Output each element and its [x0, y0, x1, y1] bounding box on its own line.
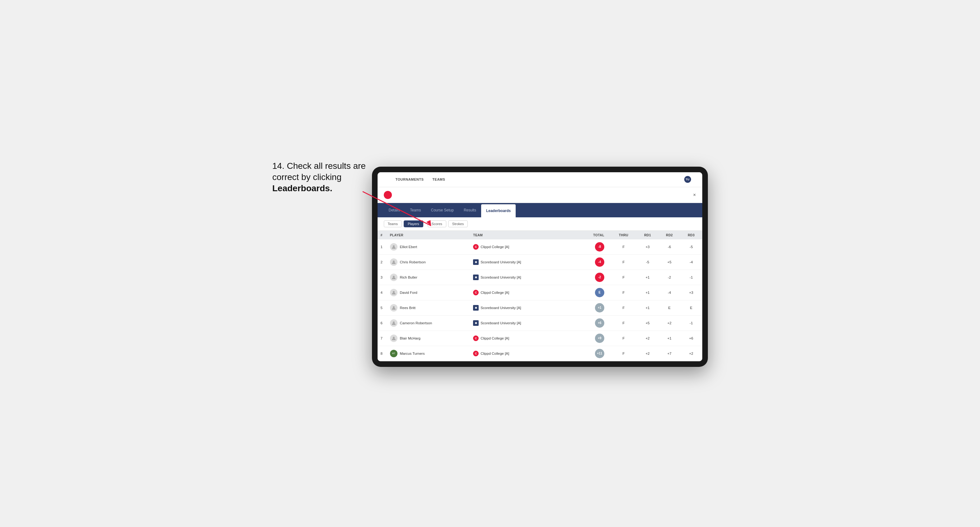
thru-cell: F: [611, 254, 636, 270]
tablet-screen: TOURNAMENTS TEAMS TU ✕: [377, 172, 702, 361]
player-cell: MTMarcus Turners: [387, 346, 470, 361]
filter-players-button[interactable]: Players: [404, 221, 423, 227]
thru-cell: F: [611, 240, 636, 255]
team-name: Clippd College [A]: [480, 291, 509, 294]
rd1-cell: +2: [636, 330, 659, 346]
total-cell: +11: [574, 346, 611, 361]
player-cell: Elliot Ebert: [387, 240, 470, 255]
team-logo: C: [473, 244, 479, 250]
col-rd2: RD2: [659, 231, 680, 240]
rd2-cell: -4: [659, 285, 680, 300]
rd1-cell: +1: [636, 285, 659, 300]
thru-cell: F: [611, 315, 636, 330]
player-avatar: [390, 274, 398, 281]
rd2-cell: E: [659, 300, 680, 315]
player-name: Rees Britt: [400, 306, 416, 310]
score-badge: E: [595, 288, 604, 297]
player-name: Rich Butler: [400, 275, 417, 279]
team-name: Clippd College [A]: [480, 352, 509, 356]
thru-cell: F: [611, 330, 636, 346]
table-row: 2Chris Robertson▦Scoreboard University […: [377, 254, 702, 270]
nav-right: TU: [684, 176, 696, 183]
col-rank: #: [377, 231, 387, 240]
player-name: Marcus Turners: [400, 352, 425, 356]
player-cell: Rich Butler: [387, 270, 470, 285]
table-row: 7Blair McHargCClippd College [A]+9F+2+1+…: [377, 330, 702, 346]
team-logo: ▦: [473, 305, 479, 311]
team-logo: C: [473, 335, 479, 341]
tab-results[interactable]: Results: [459, 204, 481, 217]
instruction-block: 14. Check all results are correct by cli…: [272, 160, 391, 194]
cancel-button[interactable]: ✕: [692, 193, 696, 197]
top-nav: TOURNAMENTS TEAMS TU: [377, 172, 702, 187]
player-avatar: [390, 289, 398, 296]
team-name: Scoreboard University [A]: [480, 275, 521, 279]
rd1-cell: +5: [636, 315, 659, 330]
filter-scores-button[interactable]: Scores: [428, 221, 446, 227]
rd3-cell: +6: [680, 330, 702, 346]
rd2-cell: +7: [659, 346, 680, 361]
rd1-cell: +1: [636, 300, 659, 315]
team-logo: ▦: [473, 320, 479, 326]
team-logo: C: [473, 290, 479, 295]
instruction-main: Check all results are correct by clickin…: [272, 161, 366, 182]
table-row: 5Rees Britt▦Scoreboard University [A]+1F…: [377, 300, 702, 315]
col-player: PLAYER: [387, 231, 470, 240]
tab-details[interactable]: Details: [384, 204, 405, 217]
team-logo: C: [473, 351, 479, 356]
player-avatar: [390, 319, 398, 327]
total-cell: +6: [574, 315, 611, 330]
tab-bar: Details Teams Course Setup Results Leade…: [377, 203, 702, 217]
rank-cell: 3: [377, 270, 387, 285]
nav-tournaments[interactable]: TOURNAMENTS: [391, 172, 428, 187]
player-name: Chris Robertson: [400, 260, 426, 264]
team-name: Scoreboard University [A]: [480, 260, 521, 264]
total-cell: +1: [574, 300, 611, 315]
player-name: Cameron Robertson: [400, 321, 432, 325]
rank-cell: 2: [377, 254, 387, 270]
filter-teams-button[interactable]: Teams: [384, 221, 402, 227]
rd3-cell: -1: [680, 315, 702, 330]
score-badge: +11: [595, 349, 604, 358]
table-row: 4David FordCClippd College [A]EF+1-4+3: [377, 285, 702, 300]
total-cell: -4: [574, 254, 611, 270]
rd2-cell: +5: [659, 254, 680, 270]
rd3-cell: -1: [680, 270, 702, 285]
tab-leaderboards[interactable]: Leaderboards: [481, 204, 515, 217]
col-thru: THRU: [611, 231, 636, 240]
team-name: Scoreboard University [A]: [480, 306, 521, 310]
team-cell: ▦Scoreboard University [A]: [470, 315, 574, 330]
thru-cell: F: [611, 346, 636, 361]
tournament-header: ✕: [377, 187, 702, 203]
rank-cell: 1: [377, 240, 387, 255]
rank-cell: 8: [377, 346, 387, 361]
rank-cell: 7: [377, 330, 387, 346]
thru-cell: F: [611, 285, 636, 300]
rd1-cell: +1: [636, 270, 659, 285]
team-cell: ▦Scoreboard University [A]: [470, 270, 574, 285]
col-rd3: RD3: [680, 231, 702, 240]
rd1-cell: +3: [636, 240, 659, 255]
filter-strokes-button[interactable]: Strokes: [448, 221, 468, 227]
rank-cell: 6: [377, 315, 387, 330]
outer-wrapper: 14. Check all results are correct by cli…: [272, 160, 708, 367]
rd3-cell: -4: [680, 254, 702, 270]
score-badge: -8: [595, 242, 604, 252]
rd2-cell: +2: [659, 315, 680, 330]
team-name: Scoreboard University [A]: [480, 321, 521, 325]
tab-course-setup[interactable]: Course Setup: [426, 204, 459, 217]
score-badge: +9: [595, 333, 604, 343]
team-cell: ▦Scoreboard University [A]: [470, 254, 574, 270]
team-cell: CClippd College [A]: [470, 346, 574, 361]
player-cell: Chris Robertson: [387, 254, 470, 270]
team-name: Clippd College [A]: [480, 245, 509, 249]
team-logo: ▦: [473, 259, 479, 265]
rd3-cell: E: [680, 300, 702, 315]
team-cell: CClippd College [A]: [470, 240, 574, 255]
tab-teams[interactable]: Teams: [405, 204, 426, 217]
player-avatar: [390, 304, 398, 311]
instruction-bold: Leaderboards.: [272, 183, 332, 193]
nav-teams[interactable]: TEAMS: [428, 172, 449, 187]
team-cell: CClippd College [A]: [470, 330, 574, 346]
thru-cell: F: [611, 300, 636, 315]
